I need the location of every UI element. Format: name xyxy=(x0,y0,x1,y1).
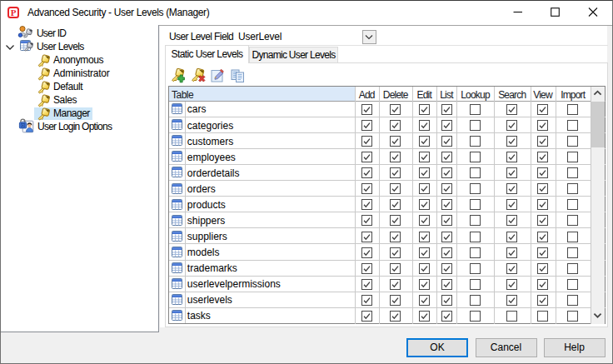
svg-text:P: P xyxy=(11,7,17,17)
